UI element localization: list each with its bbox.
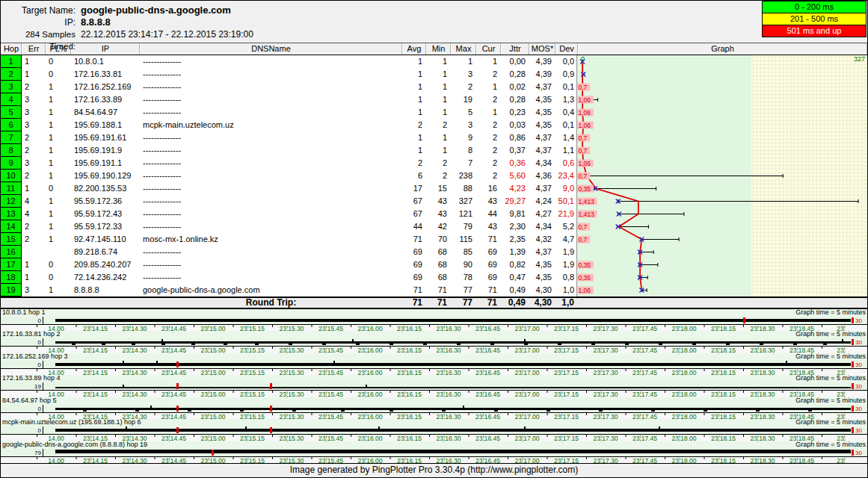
svg-text:23¦: 23¦ (837, 391, 846, 397)
hop-number-cell: 9 (1, 157, 22, 170)
svg-text:23¦15.00: 23¦15.00 (201, 457, 226, 463)
timeline-trace[interactable]: 030 (1, 317, 867, 324)
svg-text:23¦18.00: 23¦18.00 (672, 369, 697, 375)
pingplotter-window: Target Name: google-public-dns-a.google.… (0, 0, 868, 478)
mos-cell: 4,24 (529, 195, 555, 208)
hop-number-cell: 18 (1, 271, 22, 284)
svg-text:23¦18.00: 23¦18.00 (672, 347, 697, 353)
pl-cell: 1 (46, 144, 71, 157)
mos-cell: 4,27 (529, 208, 555, 220)
ip-cell: 172.16.33.89 (71, 93, 140, 106)
timeline-strip[interactable]: 030 (1, 405, 867, 412)
dnsname-cell: mcpk-main.uztelecom.uz (140, 119, 402, 131)
cur-cell: 1 (476, 106, 501, 119)
svg-text:23¦15.45: 23¦15.45 (318, 325, 343, 331)
svg-text:23¦14.15: 23¦14.15 (83, 435, 108, 441)
ip-cell: 95.59.172.33 (71, 220, 140, 233)
svg-text:0,7: 0,7 (579, 173, 588, 180)
dnsname-cell: -------------- (140, 258, 402, 271)
svg-text:23¦17.45: 23¦17.45 (632, 413, 657, 419)
cur-cell: 2 (476, 144, 501, 157)
timeline-lane-6[interactable]: google-public-dns-a.google.com (8.8.8.8)… (1, 441, 867, 463)
svg-text:23¦16.30: 23¦16.30 (437, 391, 461, 397)
dev-cell: 0,8 (555, 271, 578, 284)
timeline-time-axis: 14.0023¦14.1523¦14.3023¦14.4523¦15.0023¦… (1, 412, 867, 419)
jitter-cell: 0,23 (501, 106, 529, 119)
svg-text:23¦17.15: 23¦17.15 (554, 369, 579, 375)
svg-text:23¦16.15: 23¦16.15 (397, 457, 422, 463)
svg-text:1,06: 1,06 (579, 122, 591, 129)
svg-text:23¦14.15: 23¦14.15 (83, 325, 108, 331)
round-trip-min: 71 (426, 298, 451, 308)
dnsname-cell: google-public-dns-a.google.com (140, 284, 402, 297)
svg-text:14.00: 14.00 (48, 391, 64, 397)
pl-cell: 1 (46, 157, 71, 170)
svg-text:0,7: 0,7 (579, 84, 588, 91)
svg-text:23¦15.00: 23¦15.00 (201, 435, 226, 441)
svg-text:23¦15.00: 23¦15.00 (201, 391, 226, 397)
svg-text:23¦17.30: 23¦17.30 (594, 369, 618, 375)
timeline-lane-1[interactable]: 172.16.33.81 hop 2Graph time = 5 minutes… (1, 331, 867, 353)
timeline-lane-2[interactable]: 172.16.252.169 hop 3Graph time = 5 minut… (1, 353, 867, 375)
timeline-strip[interactable]: 7930 (1, 449, 867, 456)
timeline-lane-4[interactable]: 84.54.64.97 hop 5Graph time = 5 minutes0… (1, 397, 867, 419)
hop-latency-graph[interactable]: 0,71,061,061,060,70,71,060,70,351,4131,4… (577, 55, 867, 297)
svg-text:23¦16.15: 23¦16.15 (397, 347, 422, 353)
pl-cell: 1 (46, 170, 71, 182)
max-cell: 1 (451, 55, 476, 68)
dnsname-cell: mosc-mx-1.online.kz (140, 233, 402, 246)
cur-cell: 43 (476, 195, 501, 208)
svg-text:23¦14.45: 23¦14.45 (161, 413, 186, 419)
timeline-strip[interactable]: 030 (1, 317, 867, 324)
timeline-lane-5[interactable]: mcpk-main.uztelecom.uz (195.69.188.1) ho… (1, 419, 867, 441)
svg-text:23¦: 23¦ (837, 369, 846, 375)
ip-cell: 84.54.64.97 (71, 106, 140, 119)
timeline-strip[interactable]: 030 (1, 338, 867, 346)
legend-item-2: 501 ms and up (762, 25, 867, 37)
jitter-cell: 0,37 (501, 144, 529, 157)
jitter-cell: 1,39 (501, 246, 529, 258)
svg-text:19: 19 (34, 383, 41, 390)
timeline-strip[interactable]: 030 (1, 426, 867, 434)
avg-cell: 67 (402, 195, 426, 208)
svg-text:23¦14.30: 23¦14.30 (123, 347, 147, 353)
timeline-strip[interactable]: 1930 (1, 382, 867, 390)
svg-text:23¦15.15: 23¦15.15 (240, 325, 265, 331)
dev-cell: 50,1 (555, 195, 578, 208)
timeline-hop-label: 172.16.33.81 hop 2 (1, 331, 61, 338)
timeline-trace[interactable]: 030 (1, 361, 867, 368)
timeline-strip[interactable]: 030 (1, 361, 867, 368)
timeline-lane-3[interactable]: 172.16.33.89 hop 4Graph time = 5 minutes… (1, 375, 867, 397)
max-cell: 2 (451, 81, 476, 93)
svg-text:30: 30 (855, 450, 862, 456)
cur-cell: 44 (476, 208, 501, 220)
timeline-trace[interactable]: 030 (1, 405, 867, 412)
svg-text:23¦17.45: 23¦17.45 (632, 325, 657, 331)
timeline-trace[interactable]: 030 (1, 426, 867, 434)
timeline-hop-label: 84.54.64.97 hop 5 (1, 397, 57, 405)
err-cell: 2 (22, 220, 46, 233)
avg-cell: 1 (402, 68, 426, 81)
min-cell: 71 (426, 284, 451, 297)
samples-row: 284 Samples Timed: 22.12.2015 23:14:17 -… (1, 28, 867, 52)
min-cell: 1 (426, 55, 451, 68)
svg-text:23¦16.45: 23¦16.45 (475, 435, 500, 441)
dev-cell: 1,4 (555, 131, 578, 144)
hop-number-cell: 10 (1, 170, 22, 182)
svg-text:23¦16.30: 23¦16.30 (437, 325, 461, 331)
mos-cell: 4,32 (529, 233, 555, 246)
svg-text:23¦18.45: 23¦18.45 (789, 413, 814, 419)
timeline-trace[interactable]: 1930 (1, 382, 867, 390)
timeline-trace[interactable]: 7930 (1, 449, 867, 456)
svg-text:23¦18.15: 23¦18.15 (711, 435, 736, 441)
dnsname-cell: -------------- (140, 106, 402, 119)
err-cell: 2 (22, 170, 46, 182)
svg-text:23¦17.00: 23¦17.00 (515, 325, 540, 331)
timeline-trace[interactable]: 030 (1, 338, 867, 346)
svg-text:23¦14.45: 23¦14.45 (161, 435, 186, 441)
timeline-lane-0[interactable]: 10.8.0.1 hop 1Graph time = 5 minutes0301… (1, 309, 867, 331)
timeline-lane-header: 10.8.0.1 hop 1Graph time = 5 minutes (1, 309, 867, 317)
dev-cell: 0,1 (555, 81, 578, 93)
svg-text:30: 30 (855, 361, 862, 368)
max-cell: 5 (451, 106, 476, 119)
